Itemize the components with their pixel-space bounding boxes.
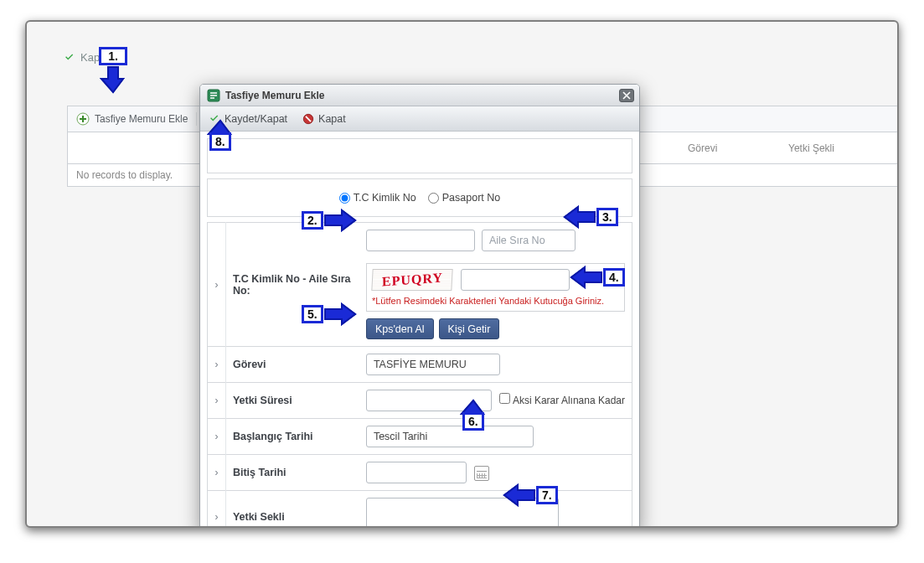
- gorev-input[interactable]: [366, 354, 500, 375]
- page-close-label: Kapat: [80, 51, 109, 64]
- captcha-image: EPUQRY: [371, 269, 452, 291]
- yetki-sekli-input[interactable]: [366, 498, 559, 528]
- save-close-label: Kaydet/Kapat: [225, 113, 287, 125]
- aksi-checkbox-wrap[interactable]: Aksi Karar Alınana Kadar: [499, 395, 625, 406]
- expand-toggle[interactable]: ›: [208, 455, 226, 491]
- label-tc-aile: T.C Kimlik No - Aile Sıra No:: [225, 223, 359, 347]
- plus-icon: [76, 112, 90, 126]
- label-baslangic: Başlangıç Tarihi: [225, 419, 359, 455]
- person-fetch-button[interactable]: Kişi Getir: [439, 318, 500, 339]
- deny-icon: [302, 113, 314, 125]
- tc-input[interactable]: [366, 230, 475, 251]
- label-yetki-sure: Yetki Süresi: [225, 383, 359, 419]
- row-tc-aile: › T.C Kimlik No - Aile Sıra No: EPUQRY: [208, 223, 632, 347]
- aksi-label: Aksi Karar Alınana Kadar: [513, 395, 625, 406]
- expand-toggle[interactable]: ›: [208, 347, 226, 383]
- aksi-checkbox[interactable]: [499, 393, 510, 404]
- page-close-link[interactable]: Kapat: [64, 51, 109, 64]
- col-yetkisekli[interactable]: Yetki Şekli: [788, 142, 889, 154]
- bitis-input[interactable]: [366, 462, 467, 483]
- id-type-radio-group: T.C Kimlik No Pasaport No: [207, 178, 632, 217]
- modal-body[interactable]: T.C Kimlik No Pasaport No › T.C Kimlik N…: [200, 132, 639, 528]
- row-bitis: › Bitiş Tarihi: [208, 455, 632, 491]
- check-icon: [64, 52, 75, 64]
- toolbar-close-label: Kapat: [318, 113, 346, 125]
- modal-toolbar: Kaydet/Kapat Kapat: [200, 106, 639, 132]
- expand-toggle[interactable]: ›: [208, 383, 226, 419]
- expand-toggle[interactable]: ›: [208, 491, 226, 529]
- radio-passport-label: Pasaport No: [442, 192, 500, 204]
- radio-passport-input[interactable]: [428, 193, 439, 204]
- expand-toggle[interactable]: ›: [208, 223, 226, 347]
- aile-input[interactable]: [482, 230, 576, 251]
- baslangic-input[interactable]: [366, 426, 534, 447]
- captcha-input[interactable]: [461, 269, 570, 291]
- toolbar-close-button[interactable]: Kapat: [302, 113, 346, 125]
- yetki-sure-input[interactable]: [366, 390, 492, 411]
- radio-tc[interactable]: T.C Kimlik No: [339, 192, 416, 204]
- modal-close-button[interactable]: [619, 89, 634, 102]
- col-gorevi[interactable]: Görevi: [688, 142, 788, 154]
- row-gorev: › Görevi: [208, 347, 632, 383]
- calendar-icon[interactable]: [474, 466, 489, 481]
- app-frame: Kapat Tasfiye Memuru Ekle Ad Soyad Görev…: [25, 20, 899, 528]
- close-icon: [622, 91, 631, 100]
- radio-passport[interactable]: Pasaport No: [428, 192, 500, 204]
- add-officer-button[interactable]: Tasfiye Memuru Ekle: [68, 112, 197, 126]
- modal-add-officer: Tasfiye Memuru Ekle Kaydet/Kapat Kapat: [199, 84, 640, 528]
- modal-title: Tasfiye Memuru Ekle: [225, 90, 325, 101]
- label-gorev: Görevi: [225, 347, 359, 383]
- radio-tc-label: T.C Kimlik No: [354, 192, 416, 204]
- form-icon: [207, 89, 220, 102]
- check-icon: [209, 113, 220, 125]
- kps-fetch-button[interactable]: Kps'den Al: [366, 318, 434, 339]
- row-yetki-sure: › Yetki Süresi Aksi Karar Alınana Kadar: [208, 383, 632, 419]
- label-yetki-sekli: Yetki Sekli: [225, 491, 359, 529]
- form-spacer: [207, 138, 632, 173]
- label-bitis: Bitiş Tarihi: [225, 455, 359, 491]
- form-table: › T.C Kimlik No - Aile Sıra No: EPUQRY: [207, 222, 632, 528]
- add-officer-label: Tasfiye Memuru Ekle: [95, 113, 188, 125]
- save-close-button[interactable]: Kaydet/Kapat: [209, 113, 287, 125]
- captcha-note: *Lütfen Resimdeki Karakterleri Yandaki K…: [372, 296, 619, 306]
- row-yetki-sekli: › Yetki Sekli: [208, 491, 632, 529]
- row-baslangic: › Başlangıç Tarihi: [208, 419, 632, 455]
- captcha-text: EPUQRY: [381, 270, 442, 289]
- radio-tc-input[interactable]: [339, 193, 350, 204]
- modal-titlebar: Tasfiye Memuru Ekle: [200, 85, 639, 106]
- expand-toggle[interactable]: ›: [208, 419, 226, 455]
